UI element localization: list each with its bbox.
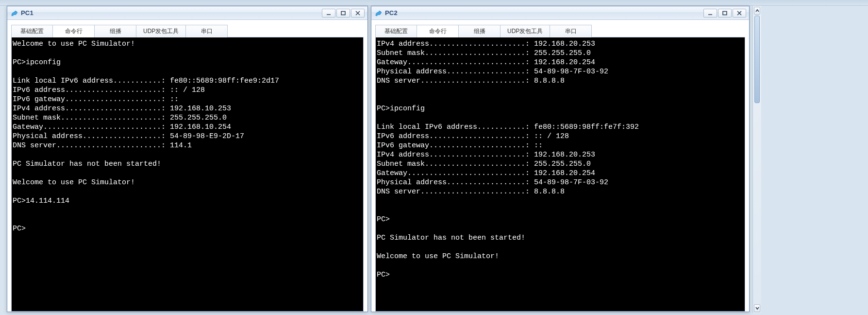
scrollbar-arrow-up-icon[interactable]: [754, 7, 760, 15]
scrollbar-arrow-down-icon[interactable]: [754, 304, 760, 312]
tab-basic[interactable]: 基础配置: [375, 25, 417, 37]
window-pc2: PC2 基础配置 命令行 组播 UDP发包工具 串口 IPv4 address.…: [371, 6, 750, 312]
tab-multicast[interactable]: 组播: [95, 25, 136, 37]
minimize-button[interactable]: [703, 9, 717, 18]
outer-scrollbar[interactable]: [752, 6, 761, 313]
tab-serial[interactable]: 串口: [186, 25, 228, 37]
app-icon: [374, 9, 382, 17]
tab-basic[interactable]: 基础配置: [11, 25, 53, 37]
desktop-bg-strip: [0, 0, 868, 6]
window-pc1: PC1 基础配置 命令行 组播 UDP发包工具 串口 Welcome to us…: [7, 6, 368, 312]
titlebar-pc1[interactable]: PC1: [7, 6, 367, 20]
window-title: PC2: [385, 9, 398, 17]
close-button[interactable]: [733, 9, 746, 18]
window-title: PC1: [21, 9, 33, 17]
tabbar: 基础配置 命令行 组播 UDP发包工具 串口: [11, 24, 364, 37]
client-area: 基础配置 命令行 组播 UDP发包工具 串口 IPv4 address.....…: [371, 20, 749, 312]
tab-serial[interactable]: 串口: [550, 25, 592, 37]
maximize-button[interactable]: [336, 9, 350, 18]
tab-udp[interactable]: UDP发包工具: [136, 25, 186, 37]
titlebar-pc2[interactable]: PC2: [371, 6, 749, 20]
terminal-output[interactable]: IPv4 address......................: 192.…: [375, 37, 745, 312]
app-icon: [10, 9, 18, 17]
svg-rect-5: [723, 11, 727, 15]
scrollbar-thumb[interactable]: [754, 16, 760, 103]
terminal-output[interactable]: Welcome to use PC Simulator! PC>ipconfig…: [11, 37, 364, 312]
close-button[interactable]: [351, 9, 365, 18]
tab-cmd[interactable]: 命令行: [53, 25, 95, 37]
maximize-button[interactable]: [718, 9, 732, 18]
tabbar: 基础配置 命令行 组播 UDP发包工具 串口: [375, 24, 745, 37]
tab-multicast[interactable]: 组播: [459, 25, 501, 37]
window-controls: [703, 9, 746, 18]
tab-udp[interactable]: UDP发包工具: [501, 25, 550, 37]
svg-rect-1: [341, 11, 345, 15]
minimize-button[interactable]: [322, 9, 335, 18]
client-area: 基础配置 命令行 组播 UDP发包工具 串口 Welcome to use PC…: [7, 20, 367, 312]
tab-cmd[interactable]: 命令行: [417, 25, 459, 37]
window-controls: [322, 9, 365, 18]
